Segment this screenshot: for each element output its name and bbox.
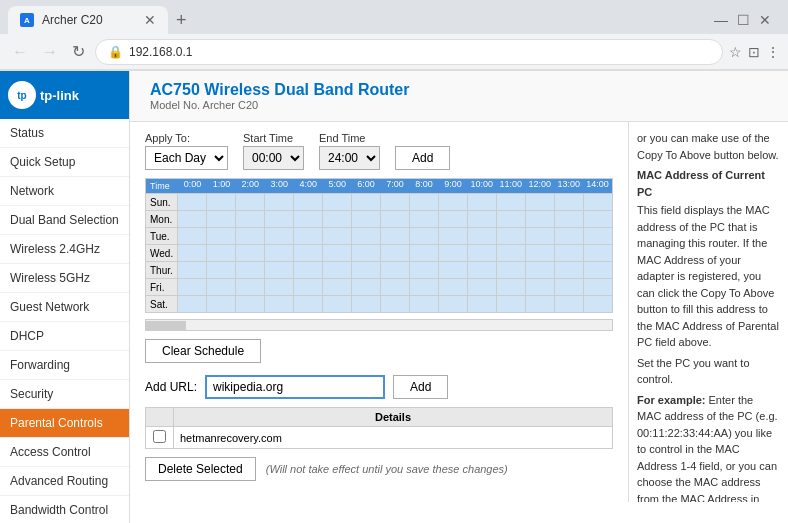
sidebar-item-status[interactable]: Status <box>0 119 129 148</box>
cell-0-3[interactable] <box>265 194 294 210</box>
cell-4-5[interactable] <box>323 262 352 278</box>
cell-0-0[interactable] <box>178 194 207 210</box>
cell-2-2[interactable] <box>236 228 265 244</box>
browser-tab[interactable]: A Archer C20 ✕ <box>8 6 168 34</box>
cell-3-6[interactable] <box>352 245 381 261</box>
schedule-scrollbar[interactable] <box>145 319 613 331</box>
cell-1-7[interactable] <box>381 211 410 227</box>
cell-2-12[interactable] <box>526 228 555 244</box>
cell-5-0[interactable] <box>178 279 207 295</box>
sidebar-item-network[interactable]: Network <box>0 177 129 206</box>
cell-4-0[interactable] <box>178 262 207 278</box>
cell-1-10[interactable] <box>468 211 497 227</box>
cell-5-9[interactable] <box>439 279 468 295</box>
cell-2-3[interactable] <box>265 228 294 244</box>
sidebar-item-forwarding[interactable]: Forwarding <box>0 351 129 380</box>
cell-3-5[interactable] <box>323 245 352 261</box>
cell-0-5[interactable] <box>323 194 352 210</box>
cell-3-2[interactable] <box>236 245 265 261</box>
cell-4-9[interactable] <box>439 262 468 278</box>
cell-1-5[interactable] <box>323 211 352 227</box>
cell-1-11[interactable] <box>497 211 526 227</box>
cell-6-6[interactable] <box>352 296 381 312</box>
cell-5-14[interactable] <box>584 279 612 295</box>
cell-1-6[interactable] <box>352 211 381 227</box>
cell-2-0[interactable] <box>178 228 207 244</box>
sidebar-item-advanced-routing[interactable]: Advanced Routing <box>0 467 129 496</box>
cell-4-14[interactable] <box>584 262 612 278</box>
cell-3-10[interactable] <box>468 245 497 261</box>
cell-5-8[interactable] <box>410 279 439 295</box>
minimize-button[interactable]: — <box>714 13 728 27</box>
cell-6-11[interactable] <box>497 296 526 312</box>
cell-5-10[interactable] <box>468 279 497 295</box>
cell-2-4[interactable] <box>294 228 323 244</box>
cell-0-14[interactable] <box>584 194 612 210</box>
new-tab-button[interactable]: + <box>168 10 195 31</box>
cell-5-11[interactable] <box>497 279 526 295</box>
cell-5-13[interactable] <box>555 279 584 295</box>
maximize-button[interactable]: ☐ <box>736 13 750 27</box>
cell-5-1[interactable] <box>207 279 236 295</box>
url-add-button[interactable]: Add <box>393 375 448 399</box>
cell-3-4[interactable] <box>294 245 323 261</box>
cell-4-10[interactable] <box>468 262 497 278</box>
cell-0-11[interactable] <box>497 194 526 210</box>
back-button[interactable]: ← <box>8 41 32 63</box>
cell-3-1[interactable] <box>207 245 236 261</box>
forward-button[interactable]: → <box>38 41 62 63</box>
sidebar-item-dhcp[interactable]: DHCP <box>0 322 129 351</box>
cell-4-13[interactable] <box>555 262 584 278</box>
cell-1-0[interactable] <box>178 211 207 227</box>
cell-2-5[interactable] <box>323 228 352 244</box>
cell-6-0[interactable] <box>178 296 207 312</box>
sidebar-item-parental-controls[interactable]: Parental Controls <box>0 409 129 438</box>
cell-2-10[interactable] <box>468 228 497 244</box>
menu-button[interactable]: ⋮ <box>766 44 780 60</box>
end-time-select[interactable]: 24:00 <box>319 146 380 170</box>
cell-6-13[interactable] <box>555 296 584 312</box>
url-input[interactable] <box>205 375 385 399</box>
cell-6-9[interactable] <box>439 296 468 312</box>
scroll-thumb[interactable] <box>146 321 186 331</box>
cell-1-1[interactable] <box>207 211 236 227</box>
cell-1-8[interactable] <box>410 211 439 227</box>
cell-1-9[interactable] <box>439 211 468 227</box>
cell-3-8[interactable] <box>410 245 439 261</box>
cell-4-1[interactable] <box>207 262 236 278</box>
sidebar-item-wireless-5[interactable]: Wireless 5GHz <box>0 264 129 293</box>
cell-0-12[interactable] <box>526 194 555 210</box>
cell-0-6[interactable] <box>352 194 381 210</box>
cell-6-7[interactable] <box>381 296 410 312</box>
cell-5-2[interactable] <box>236 279 265 295</box>
cell-4-2[interactable] <box>236 262 265 278</box>
cell-2-7[interactable] <box>381 228 410 244</box>
cell-0-1[interactable] <box>207 194 236 210</box>
cell-2-1[interactable] <box>207 228 236 244</box>
cell-1-4[interactable] <box>294 211 323 227</box>
cell-2-6[interactable] <box>352 228 381 244</box>
cell-0-13[interactable] <box>555 194 584 210</box>
cell-0-4[interactable] <box>294 194 323 210</box>
extensions-button[interactable]: ⊡ <box>748 44 760 60</box>
cell-3-11[interactable] <box>497 245 526 261</box>
cell-2-8[interactable] <box>410 228 439 244</box>
sidebar-item-wireless-24[interactable]: Wireless 2.4GHz <box>0 235 129 264</box>
cell-1-3[interactable] <box>265 211 294 227</box>
cell-0-7[interactable] <box>381 194 410 210</box>
cell-2-13[interactable] <box>555 228 584 244</box>
cell-6-14[interactable] <box>584 296 612 312</box>
sidebar-item-security[interactable]: Security <box>0 380 129 409</box>
cell-4-6[interactable] <box>352 262 381 278</box>
cell-4-8[interactable] <box>410 262 439 278</box>
cell-3-12[interactable] <box>526 245 555 261</box>
cell-2-14[interactable] <box>584 228 612 244</box>
cell-1-14[interactable] <box>584 211 612 227</box>
clear-schedule-button[interactable]: Clear Schedule <box>145 339 261 363</box>
cell-6-5[interactable] <box>323 296 352 312</box>
reload-button[interactable]: ↻ <box>68 40 89 63</box>
cell-5-5[interactable] <box>323 279 352 295</box>
cell-3-0[interactable] <box>178 245 207 261</box>
start-time-select[interactable]: 00:00 <box>243 146 304 170</box>
cell-6-4[interactable] <box>294 296 323 312</box>
